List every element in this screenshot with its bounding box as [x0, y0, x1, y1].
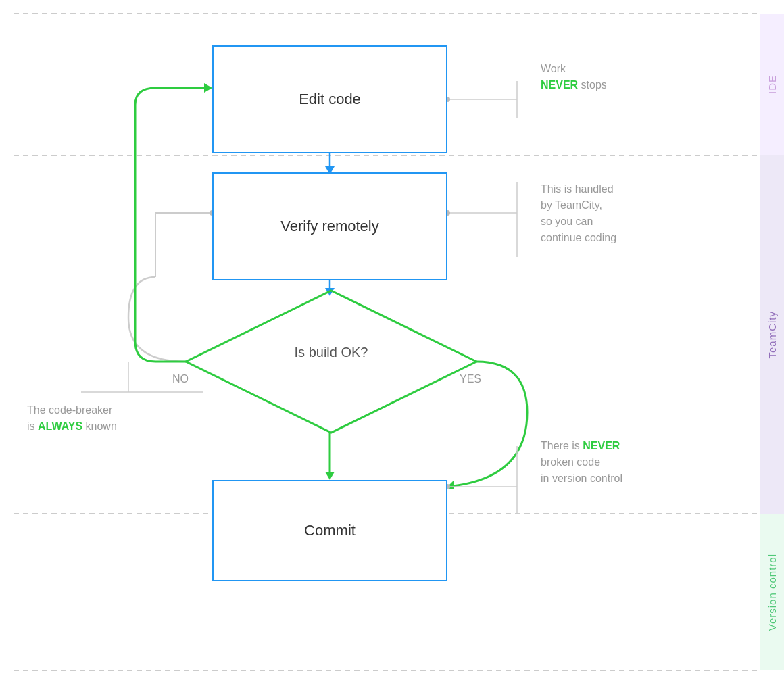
lane-version-control-label: Version control	[766, 554, 778, 631]
annotation-work-never-stops: WorkNEVER stops	[541, 61, 607, 93]
svg-marker-14	[186, 291, 476, 433]
edit-code-box: Edit code	[212, 45, 447, 153]
verify-box: Verify remotely	[212, 172, 447, 280]
svg-marker-21	[325, 472, 335, 480]
annotation-code-breaker: The code-breakeris ALWAYS known	[27, 402, 117, 435]
annotation-never-broken: There is NEVERbroken codein version cont…	[541, 438, 622, 487]
annotation-teamcity: This is handledby TeamCity,so you cancon…	[541, 181, 616, 246]
yes-label: YES	[460, 373, 481, 385]
lane-teamcity-label: TeamCity	[766, 311, 778, 359]
commit-label: Commit	[304, 522, 356, 539]
lane-ide: IDE	[760, 14, 784, 155]
verify-label: Verify remotely	[280, 218, 379, 235]
edit-code-label: Edit code	[299, 91, 361, 108]
commit-box: Commit	[212, 480, 447, 581]
lane-teamcity: TeamCity	[760, 155, 784, 514]
no-label: NO	[172, 373, 189, 385]
svg-marker-19	[204, 83, 212, 93]
lane-ide-label: IDE	[766, 75, 778, 94]
diagram-container: Edit code Verify remotely Is build OK? N…	[0, 0, 784, 684]
diamond-label: Is build OK?	[264, 345, 399, 360]
lane-version-control: Version control	[760, 514, 784, 670]
